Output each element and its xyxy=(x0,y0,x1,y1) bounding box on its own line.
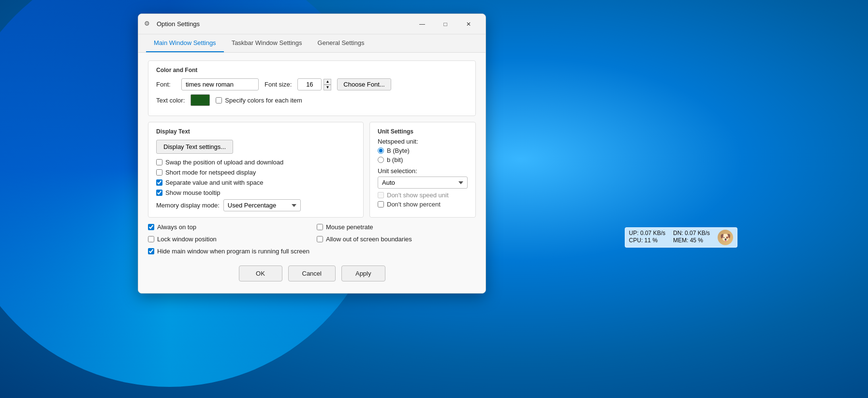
font-size-input[interactable] xyxy=(297,78,322,90)
no-percent-row: Don't show percent xyxy=(378,201,468,208)
tab-main-window-settings[interactable]: Main Window Settings xyxy=(146,34,224,52)
titlebar: ⚙ Option Settings — □ ✕ xyxy=(138,14,485,34)
byte-label[interactable]: B (Byte) xyxy=(387,147,410,154)
choose-font-button[interactable]: Choose Font... xyxy=(337,78,391,90)
no-percent-label[interactable]: Don't show percent xyxy=(387,201,441,208)
hide-fullscreen-label[interactable]: Hide main window when program is running… xyxy=(157,248,309,255)
tooltip-checkbox[interactable] xyxy=(156,190,162,196)
byte-radio-row: B (Byte) xyxy=(378,147,468,154)
display-text-settings-button[interactable]: Display Text settings... xyxy=(156,140,233,154)
close-button[interactable]: ✕ xyxy=(457,16,480,32)
apply-button[interactable]: Apply xyxy=(341,265,385,281)
no-speed-unit-checkbox xyxy=(378,192,384,198)
dialog-content: Color and Font Font: Font size: ▲ ▼ Choo… xyxy=(138,53,485,293)
minimize-button[interactable]: — xyxy=(411,16,433,32)
separate-label[interactable]: Separate value and unit with space xyxy=(165,179,263,186)
allow-outside-label[interactable]: Allow out of screen boundaries xyxy=(326,236,412,243)
short-mode-checkbox[interactable] xyxy=(156,169,162,176)
hide-fullscreen-row: Hide main window when program is running… xyxy=(148,248,476,255)
tab-general-settings[interactable]: General Settings xyxy=(310,34,372,52)
cancel-button[interactable]: Cancel xyxy=(288,265,336,281)
specify-colors-row: Specify colors for each item xyxy=(216,97,302,104)
titlebar-controls: — □ ✕ xyxy=(411,16,480,32)
tooltip-label[interactable]: Show mouse tooltip xyxy=(165,189,220,196)
separate-row: Separate value and unit with space xyxy=(156,179,355,186)
lock-window-label[interactable]: Lock window position xyxy=(157,236,217,243)
short-mode-label[interactable]: Short mode for netspeed display xyxy=(165,169,256,176)
netspeed-label: Netspeed unit: xyxy=(378,138,468,145)
tab-bar: Main Window Settings Taskbar Window Sett… xyxy=(138,34,485,53)
always-on-top-row: Always on top xyxy=(148,223,307,231)
font-size-wrapper: ▲ ▼ xyxy=(297,78,331,90)
swap-row: Swap the position of upload and download xyxy=(156,159,355,166)
taskbar-widget: UP: 0.07 KB/s CPU: 11 % DN: 0.07 KB/s ME… xyxy=(625,227,737,248)
bit-radio-row: b (bit) xyxy=(378,156,468,163)
memory-mode-label: Memory display mode: xyxy=(156,202,220,209)
widget-cpu-label: CPU: 11 % xyxy=(629,237,665,244)
byte-radio[interactable] xyxy=(378,147,384,154)
dialog-title: Option Settings xyxy=(157,20,411,28)
font-input[interactable] xyxy=(181,78,259,90)
widget-right-col: DN: 0.07 KB/s MEM: 45 % xyxy=(673,230,710,245)
mouse-penetrate-checkbox[interactable] xyxy=(317,224,323,230)
mouse-penetrate-row: Mouse penetrate xyxy=(317,223,476,231)
widget-left-col: UP: 0.07 KB/s CPU: 11 % xyxy=(629,230,665,245)
lock-window-row: Lock window position xyxy=(148,236,307,243)
tab-taskbar-window-settings[interactable]: Taskbar Window Settings xyxy=(224,34,310,52)
swap-checkbox[interactable] xyxy=(156,159,162,165)
bottom-options-grid: Always on top Mouse penetrate Lock windo… xyxy=(148,223,476,246)
text-color-row: Text color: Specify colors for each item xyxy=(156,94,468,106)
specify-colors-checkbox[interactable] xyxy=(216,97,222,103)
widget-up-label: UP: 0.07 KB/s xyxy=(629,230,665,236)
bit-radio[interactable] xyxy=(378,157,384,163)
widget-mem-label: MEM: 45 % xyxy=(673,237,710,244)
allow-outside-row: Allow out of screen boundaries xyxy=(317,236,476,243)
spinner-down-button[interactable]: ▼ xyxy=(324,85,331,90)
spinner-buttons: ▲ ▼ xyxy=(324,79,331,90)
color-swatch[interactable] xyxy=(191,94,210,106)
no-percent-checkbox[interactable] xyxy=(378,201,384,207)
display-text-title: Display Text xyxy=(156,128,355,135)
settings-icon: ⚙ xyxy=(144,20,153,29)
specify-colors-label[interactable]: Specify colors for each item xyxy=(225,97,302,104)
color-font-section: Color and Font Font: Font size: ▲ ▼ Choo… xyxy=(148,60,476,116)
hide-fullscreen-checkbox[interactable] xyxy=(148,248,154,254)
text-color-label: Text color: xyxy=(156,97,185,104)
tooltip-row: Show mouse tooltip xyxy=(156,189,355,196)
swap-label[interactable]: Swap the position of upload and download xyxy=(165,159,283,166)
no-speed-unit-label: Don't show speed unit xyxy=(387,192,449,199)
unit-selection-select[interactable]: Auto KB MB GB xyxy=(378,177,468,189)
footer-buttons: OK Cancel Apply xyxy=(148,259,476,285)
no-speed-unit-row: Don't show speed unit xyxy=(378,192,468,199)
font-label: Font: xyxy=(156,81,176,88)
memory-mode-select[interactable]: Used Percentage Used Size Free Size xyxy=(223,199,301,211)
short-mode-row: Short mode for netspeed display xyxy=(156,169,355,176)
font-row: Font: Font size: ▲ ▼ Choose Font... xyxy=(156,78,468,90)
two-panel: Display Text Display Text settings... Sw… xyxy=(148,122,476,218)
lock-window-checkbox[interactable] xyxy=(148,236,154,242)
widget-dn-label: DN: 0.07 KB/s xyxy=(673,230,710,236)
bottom-options: Always on top Mouse penetrate Lock windo… xyxy=(148,223,476,255)
mouse-penetrate-label[interactable]: Mouse penetrate xyxy=(326,223,373,231)
always-on-top-label[interactable]: Always on top xyxy=(157,223,196,231)
allow-outside-checkbox[interactable] xyxy=(317,236,323,242)
bit-label[interactable]: b (bit) xyxy=(387,156,403,163)
ok-button[interactable]: OK xyxy=(239,265,282,281)
option-settings-dialog: ⚙ Option Settings — □ ✕ Main Window Sett… xyxy=(138,14,486,294)
unit-settings-panel: Unit Settings Netspeed unit: B (Byte) b … xyxy=(369,122,476,218)
unit-settings-title: Unit Settings xyxy=(378,128,468,135)
spinner-up-button[interactable]: ▲ xyxy=(324,79,331,85)
color-font-title: Color and Font xyxy=(156,67,468,74)
memory-row: Memory display mode: Used Percentage Use… xyxy=(156,199,355,211)
maximize-button[interactable]: □ xyxy=(434,16,456,32)
widget-avatar: 🐶 xyxy=(718,230,733,245)
font-size-label: Font size: xyxy=(265,81,292,88)
always-on-top-checkbox[interactable] xyxy=(148,224,154,230)
separate-checkbox[interactable] xyxy=(156,179,162,186)
display-text-panel: Display Text Display Text settings... Sw… xyxy=(148,122,364,218)
unit-selection-label: Unit selection: xyxy=(378,167,468,175)
